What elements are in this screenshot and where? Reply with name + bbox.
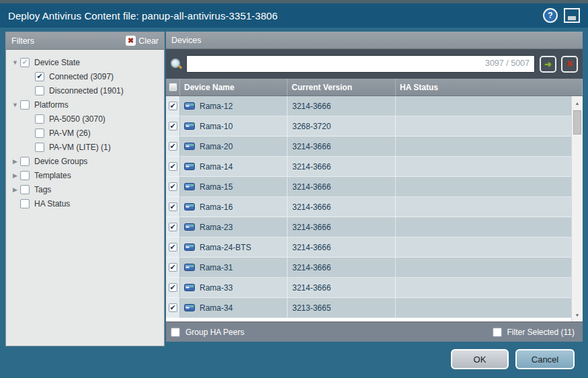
row-checkbox[interactable] [169, 243, 177, 252]
scrollbar-thumb[interactable] [573, 110, 581, 135]
filter-checkbox[interactable] [20, 100, 30, 110]
device-version: 3268-3720 [288, 116, 396, 137]
select-all-checkbox[interactable] [169, 83, 177, 91]
filter-checkbox[interactable] [35, 86, 44, 96]
device-row[interactable]: Rama-23 3214-3666 [166, 217, 571, 237]
help-icon[interactable]: ? [543, 8, 558, 23]
device-ha-status [396, 217, 571, 237]
group-ha-peers-checkbox[interactable] [171, 328, 180, 337]
device-row[interactable]: Rama-15 3214-3666 [166, 177, 571, 197]
search-icon [171, 59, 181, 69]
tree-expand-arrow[interactable]: ▶ [10, 186, 20, 193]
devices-header: Devices [166, 32, 583, 49]
filter-item-pa-5050-3070[interactable]: PA-5050 (3070) [10, 112, 161, 126]
tree-expand-arrow[interactable]: ▼ [10, 102, 20, 108]
filter-checkbox[interactable] [35, 128, 44, 138]
device-row[interactable]: Rama-10 3268-3720 [166, 116, 571, 137]
filter-checkbox[interactable] [20, 58, 30, 67]
filter-selected-checkbox[interactable] [493, 328, 502, 337]
filter-item-connected-3097[interactable]: Connected (3097) [10, 69, 161, 83]
group-ha-peers-control[interactable]: Group HA Peers [171, 328, 244, 337]
filter-checkbox[interactable] [20, 199, 30, 209]
device-version: 3214-3666 [288, 197, 396, 217]
tree-expand-arrow[interactable]: ▼ [10, 59, 20, 66]
device-row[interactable]: Rama-20 3214-3666 [166, 137, 571, 157]
firewall-device-icon [184, 284, 195, 291]
device-ha-status [396, 116, 571, 137]
filter-checkbox[interactable] [20, 157, 30, 166]
firewall-device-icon [184, 264, 195, 271]
column-header-ha-status[interactable]: HA Status [396, 79, 583, 96]
device-row[interactable]: Rama-34 3213-3665 [166, 298, 571, 318]
row-checkbox[interactable] [169, 122, 177, 130]
filter-selected-label: Filter Selected (11) [507, 328, 575, 337]
filter-item-disconnected-1901[interactable]: Disconnected (1901) [10, 83, 161, 98]
firewall-device-icon [184, 102, 195, 110]
filter-item-ha-status[interactable]: HA Status [10, 196, 161, 211]
filter-checkbox[interactable] [35, 143, 44, 152]
clear-filters-label: Clear [138, 36, 159, 46]
device-name-cell: Rama-33 [180, 278, 288, 298]
row-checkbox[interactable] [169, 303, 177, 312]
device-row[interactable]: Rama-24-BTS 3214-3666 [166, 237, 571, 258]
row-checkbox[interactable] [169, 283, 177, 292]
vertical-scrollbar[interactable]: ▲ ▼ [571, 96, 583, 322]
filter-item-device-state[interactable]: ▼ Device State [10, 55, 161, 69]
firewall-device-icon [184, 143, 195, 150]
filter-label: Device State [34, 58, 80, 67]
device-row[interactable]: Rama-12 3214-3666 [166, 96, 571, 116]
filter-item-templates[interactable]: ▶ Templates [10, 168, 161, 182]
row-checkbox[interactable] [169, 102, 177, 110]
device-ha-status [396, 137, 571, 157]
scroll-down-icon[interactable]: ▼ [572, 309, 583, 320]
filter-selected-control[interactable]: Filter Selected (11) [493, 328, 575, 337]
row-checkbox[interactable] [169, 263, 177, 272]
device-row[interactable]: Rama-33 3214-3666 [166, 278, 571, 298]
window-dock-icon-inner [568, 16, 576, 20]
filter-label: Platforms [34, 100, 69, 110]
filter-label: Device Groups [34, 157, 87, 166]
filter-checkbox[interactable] [35, 72, 44, 81]
filter-item-device-groups[interactable]: ▶ Device Groups [10, 154, 161, 168]
filter-checkbox[interactable] [20, 171, 30, 180]
row-checkbox[interactable] [169, 182, 177, 191]
filter-item-tags[interactable]: ▶ Tags [10, 182, 161, 196]
row-checkbox[interactable] [169, 223, 177, 231]
devices-panel: Devices 3097 / 5007 ➜ ✖ Device Name Curr… [166, 32, 583, 342]
device-name-cell: Rama-23 [180, 217, 288, 237]
scroll-up-icon[interactable]: ▲ [572, 98, 583, 108]
filter-checkbox[interactable] [35, 114, 44, 124]
row-checkbox[interactable] [169, 142, 177, 151]
window-dock-icon[interactable] [564, 8, 580, 23]
device-name: Rama-16 [200, 202, 233, 212]
device-row[interactable]: Rama-14 3214-3666 [166, 157, 571, 177]
search-clear-button[interactable]: ✖ [561, 56, 578, 73]
filter-item-platforms[interactable]: ▼ Platforms [10, 98, 161, 112]
device-ha-status [396, 237, 571, 258]
device-version: 3214-3666 [288, 217, 396, 237]
cancel-button[interactable]: Cancel [515, 349, 575, 369]
row-checkbox-cell [166, 217, 180, 237]
device-version: 3213-3665 [288, 298, 396, 318]
clear-filters-button[interactable]: ✖ Clear [126, 36, 159, 46]
search-go-button[interactable]: ➜ [540, 56, 556, 73]
device-ha-status [396, 96, 571, 116]
device-search-input[interactable] [187, 56, 534, 72]
column-header-current-version[interactable]: Current Version [288, 79, 396, 96]
row-checkbox-cell [166, 237, 180, 258]
filter-item-pa-vm-26[interactable]: PA-VM (26) [10, 126, 161, 140]
firewall-device-icon [184, 163, 195, 170]
search-box: 3097 / 5007 [186, 55, 535, 73]
filter-item-pa-vm-lite-1[interactable]: PA-VM (LITE) (1) [10, 140, 161, 154]
row-checkbox[interactable] [169, 162, 177, 171]
row-checkbox-cell [166, 96, 180, 116]
column-header-device-name[interactable]: Device Name [180, 79, 288, 96]
device-row[interactable]: Rama-31 3214-3666 [166, 258, 571, 278]
tree-expand-arrow[interactable]: ▶ [10, 172, 20, 179]
group-ha-peers-label: Group HA Peers [185, 328, 244, 337]
filter-checkbox[interactable] [20, 185, 30, 194]
tree-expand-arrow[interactable]: ▶ [10, 158, 20, 165]
device-row[interactable]: Rama-16 3214-3666 [166, 197, 571, 217]
row-checkbox[interactable] [169, 202, 177, 211]
ok-button[interactable]: OK [451, 349, 509, 369]
